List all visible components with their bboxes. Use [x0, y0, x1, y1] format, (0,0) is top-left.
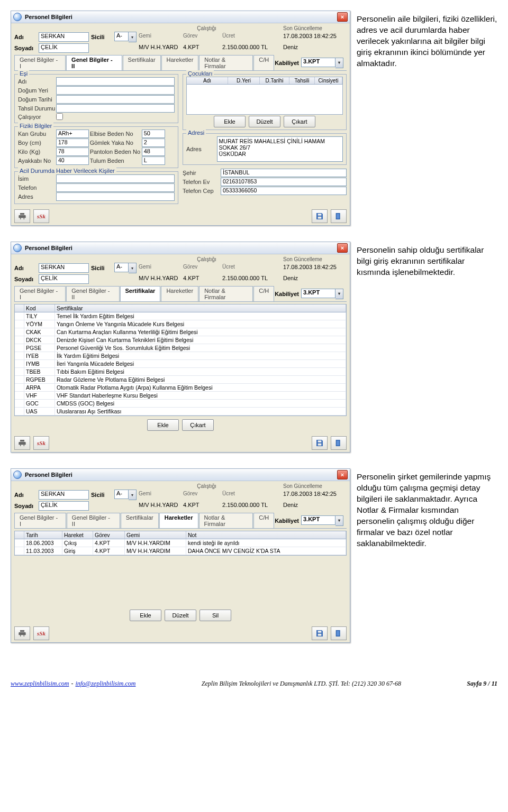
children-list[interactable] — [186, 85, 343, 115]
table-row[interactable]: TILYTemel İlk Yardım Eğitim Belgesi — [15, 312, 346, 320]
field-acil-tel[interactable] — [56, 183, 175, 192]
table-row[interactable]: RGPEBRadar Gözleme Ve Plotlama Eğitimi B… — [15, 376, 346, 384]
tab-notlar[interactable]: Notlar & Firmalar — [199, 513, 253, 528]
combo-sicili[interactable]: A-▾ — [114, 490, 137, 500]
table-row[interactable]: CKAKCan Kurtarma Araçları Kullanma Yeter… — [15, 328, 346, 336]
field-soyadi[interactable]: ÇELİK — [39, 274, 89, 284]
field-acil-adres[interactable] — [56, 192, 175, 201]
field-esi-tahdur[interactable] — [56, 104, 175, 113]
table-row[interactable]: GOCCMDSS (GOC) Belgesi — [15, 400, 346, 408]
field-esi-dogyeri[interactable] — [56, 86, 175, 95]
field-adres[interactable]: MURAT REİS MAHALLESİ ÇİNİLİ HAMAM SOKAK … — [217, 136, 343, 162]
field-esi-dogtar[interactable] — [56, 95, 175, 104]
certificates-grid[interactable]: KodSertifikalar TILYTemel İlk Yardım Eği… — [14, 304, 347, 416]
button-duzelt[interactable]: Düzelt — [249, 116, 280, 127]
ssk-button[interactable]: sSk — [33, 209, 49, 223]
tab-genel2[interactable]: Genel Bilgiler - II — [67, 513, 120, 528]
field-adi[interactable]: SERKAN — [39, 263, 89, 273]
chevron-down-icon[interactable]: ▾ — [129, 32, 137, 42]
field-acil-isim[interactable] — [56, 174, 175, 183]
combo-sicili[interactable]: A-▾ — [114, 263, 137, 273]
field-kan[interactable]: ARh+ — [56, 130, 89, 138]
button-ekle[interactable]: Ekle — [147, 419, 179, 431]
field-tulum[interactable]: L — [142, 156, 165, 165]
field-sehir[interactable]: İSTANBUL — [221, 169, 347, 177]
tab-genel2[interactable]: Genel Bilgiler - II — [66, 55, 122, 70]
field-adi[interactable]: SERKAN — [39, 32, 89, 42]
combo-kabiliyet[interactable]: 3.KPT▾ — [301, 289, 343, 299]
tab-hareketler[interactable]: Hareketler — [161, 286, 198, 301]
close-button[interactable]: × — [337, 12, 348, 22]
field-adi[interactable]: SERKAN — [39, 490, 89, 500]
table-row[interactable]: 18.06.2003Çıkış4.KPTM/V H.H.YARDIMkendi … — [15, 539, 346, 547]
ssk-button[interactable]: sSk — [33, 626, 49, 640]
print-button[interactable] — [14, 436, 30, 450]
button-duzelt[interactable]: Düzelt — [165, 610, 196, 621]
chevron-down-icon[interactable]: ▾ — [129, 490, 137, 500]
table-row[interactable]: IYEBİlk Yardım Eğitimi Belgesi — [15, 352, 346, 360]
exit-button[interactable] — [331, 209, 347, 223]
tab-genel1[interactable]: Genel Bilgiler - I — [14, 513, 66, 528]
footer-url[interactable]: www.zeplinbilisim.com — [11, 680, 69, 688]
tab-genel1[interactable]: Genel Bilgiler - I — [14, 286, 66, 301]
combo-sicili[interactable]: A-▾ — [114, 32, 137, 42]
save-button[interactable] — [312, 209, 328, 223]
tab-sertifikalar[interactable]: Sertifikalar — [123, 55, 161, 70]
button-ekle[interactable]: Ekle — [214, 116, 246, 127]
field-telcep[interactable]: 05333366050 — [221, 187, 347, 195]
tab-genel1[interactable]: Genel Bilgiler - I — [14, 55, 66, 70]
tab-genel2[interactable]: Genel Bilgiler - II — [66, 286, 119, 301]
chevron-down-icon[interactable]: ▾ — [335, 58, 343, 68]
footer-mail[interactable]: info@zeplinbilisim.com — [75, 680, 135, 688]
combo-kabiliyet[interactable]: 3.KPT▾ — [301, 515, 343, 526]
field-boy[interactable]: 178 — [56, 139, 89, 147]
checkbox-esi-calisiyor[interactable] — [56, 113, 63, 120]
table-row[interactable]: ARPAOtomatik Radar Plotlama Aygıtı (Arpa… — [15, 384, 346, 392]
legend-cocuklari: Çocukları — [186, 70, 214, 77]
print-button[interactable] — [14, 209, 30, 223]
table-row[interactable]: IYMBİleri Yangınla Mücadele Belgesi — [15, 360, 346, 368]
button-cikart[interactable]: Çıkart — [182, 419, 214, 431]
print-button[interactable] — [14, 626, 30, 640]
exit-button[interactable] — [331, 626, 347, 640]
tab-ch[interactable]: C/H — [253, 513, 274, 528]
chevron-down-icon[interactable]: ▾ — [129, 263, 137, 273]
tab-ch[interactable]: C/H — [253, 55, 274, 70]
table-row[interactable]: 11.03.2003Giriş4.KPTM/V H.H.YARDIMDAHA Ö… — [15, 547, 346, 555]
tab-hareketler[interactable]: Hareketler — [159, 513, 198, 528]
table-row[interactable]: TBEBTıbbi Bakım Eğitimi Belgesi — [15, 368, 346, 376]
combo-kabiliyet[interactable]: 3.KPT▾ — [301, 58, 343, 68]
button-cikart[interactable]: Çıkart — [284, 116, 315, 127]
tab-notlar[interactable]: Notlar & Firmalar — [199, 286, 253, 301]
field-ayak[interactable]: 40 — [56, 156, 89, 165]
tab-sertifikalar[interactable]: Sertifikalar — [120, 286, 161, 301]
chevron-down-icon[interactable]: ▾ — [335, 289, 343, 299]
exit-button[interactable] — [331, 436, 347, 450]
table-row[interactable]: PGSEPersonel Güvenliği Ve Sos. Sorumlulu… — [15, 344, 346, 352]
field-gomlek[interactable]: 2 — [142, 139, 165, 147]
field-soyadi[interactable]: ÇELİK — [39, 43, 89, 53]
table-row[interactable]: UASUluslararası Aşı Sertifikası — [15, 408, 346, 416]
tab-ch[interactable]: C/H — [253, 286, 274, 301]
tab-hareketler[interactable]: Hareketler — [161, 55, 199, 70]
button-sil[interactable]: Sil — [199, 610, 231, 621]
table-row[interactable]: DKCKDenizde Kişisel Can Kurtarma Teknikl… — [15, 336, 346, 344]
field-esi-adi[interactable] — [56, 77, 175, 86]
table-row[interactable]: YÖYMYangın Önleme Ve Yangınla Mücadele K… — [15, 320, 346, 328]
field-pantolon[interactable]: 48 — [142, 147, 165, 156]
tab-sertifikalar[interactable]: Sertifikalar — [121, 513, 159, 528]
tab-notlar[interactable]: Notlar & Firmalar — [199, 55, 253, 70]
field-kilo[interactable]: 78 — [56, 147, 89, 156]
ssk-button[interactable]: sSk — [33, 436, 49, 450]
table-row[interactable]: VHFVHF Standart Haberleşme Kursu Belgesi — [15, 392, 346, 400]
save-button[interactable] — [312, 436, 328, 450]
field-elbise[interactable]: 50 — [142, 130, 165, 138]
close-button[interactable]: × — [337, 470, 348, 479]
movements-grid[interactable]: Tarih Hareket Görev Gemi Not 18.06.2003Ç… — [14, 531, 347, 556]
save-button[interactable] — [312, 626, 328, 640]
chevron-down-icon[interactable]: ▾ — [335, 515, 343, 526]
field-telev[interactable]: 02163107853 — [221, 178, 347, 186]
close-button[interactable]: × — [337, 243, 348, 253]
field-soyadi[interactable]: ÇELİK — [39, 501, 89, 511]
button-ekle[interactable]: Ekle — [130, 610, 161, 621]
